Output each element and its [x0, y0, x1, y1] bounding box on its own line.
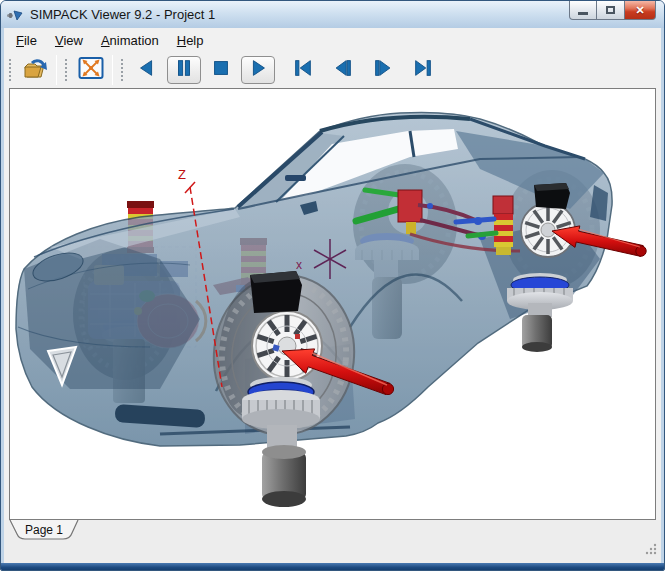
window-title: SIMPACK Viewer 9.2 - Project 1 — [30, 7, 215, 22]
title-bar[interactable]: SIMPACK Viewer 9.2 - Project 1 ✕ — [1, 1, 664, 28]
go-to-start-icon — [292, 57, 314, 83]
menu-help[interactable]: Help — [168, 30, 213, 51]
maximize-button[interactable] — [597, 1, 625, 20]
pause-icon — [173, 57, 195, 83]
play-button[interactable] — [241, 56, 275, 84]
minimize-icon — [578, 12, 588, 15]
fit-view-button[interactable] — [75, 55, 107, 85]
step-backward-button[interactable] — [327, 55, 359, 85]
open-button[interactable] — [19, 55, 51, 85]
pause-button[interactable] — [167, 56, 201, 84]
play-backward-icon — [136, 57, 158, 83]
play-backward-button[interactable] — [131, 55, 163, 85]
close-button[interactable]: ✕ — [625, 1, 656, 20]
minimize-button[interactable] — [569, 1, 597, 20]
go-to-end-button[interactable] — [407, 55, 439, 85]
app-icon — [7, 8, 24, 22]
toolbar — [4, 52, 661, 88]
window-bottom-border — [1, 563, 664, 571]
close-icon: ✕ — [635, 4, 644, 17]
stop-button[interactable] — [205, 55, 237, 85]
3d-viewport[interactable]: Z x — [9, 88, 656, 520]
tab-label: Page 1 — [25, 523, 63, 537]
z-axis-label: Z — [178, 167, 186, 182]
step-forward-button[interactable] — [367, 55, 399, 85]
open-folder-icon — [22, 55, 48, 85]
app-window: SIMPACK Viewer 9.2 - Project 1 ✕ File Vi… — [0, 0, 665, 571]
go-to-end-icon — [412, 57, 434, 83]
fit-view-icon — [78, 55, 104, 85]
menu-view[interactable]: View — [46, 30, 92, 51]
maximize-icon — [606, 6, 615, 14]
x-axis-label: x — [296, 258, 302, 272]
resize-grip[interactable] — [644, 542, 658, 560]
step-forward-icon — [372, 57, 394, 83]
toolbar-drag-handle[interactable] — [8, 58, 13, 82]
step-backward-icon — [332, 57, 354, 83]
toolbar-separator — [112, 55, 113, 85]
status-bar: Page 1 — [4, 520, 661, 563]
play-icon — [247, 57, 269, 83]
tab-page-1[interactable]: Page 1 — [9, 520, 81, 546]
stop-icon — [210, 57, 232, 83]
toolbar-separator — [56, 55, 57, 85]
go-to-start-button[interactable] — [287, 55, 319, 85]
menu-file[interactable]: File — [7, 30, 46, 51]
window-content: File View Animation Help — [4, 28, 661, 563]
3d-scene: Z x — [10, 89, 656, 519]
toolbar-drag-handle[interactable] — [64, 58, 69, 82]
menu-bar: File View Animation Help — [4, 28, 661, 52]
menu-animation[interactable]: Animation — [92, 30, 168, 51]
toolbar-drag-handle[interactable] — [120, 58, 125, 82]
window-controls: ✕ — [569, 1, 656, 20]
